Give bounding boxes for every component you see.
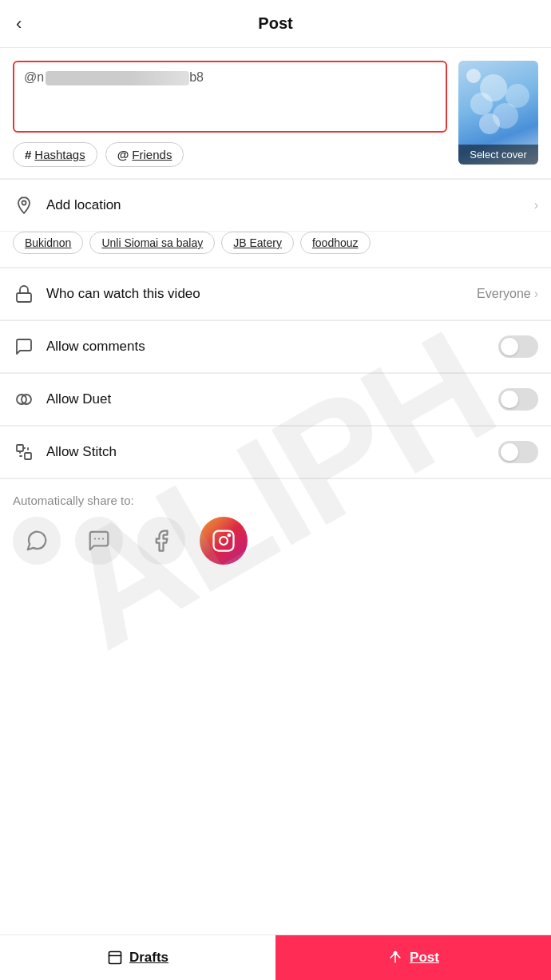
add-location-label: Add location — [46, 197, 523, 213]
duet-icon — [13, 388, 35, 411]
duet-toggle[interactable] — [498, 388, 538, 411]
location-tag-foodhouz[interactable]: foodhouz — [300, 232, 371, 254]
cover-thumbnail[interactable]: Select cover — [458, 61, 538, 165]
svg-point-11 — [394, 952, 396, 954]
svg-rect-6 — [214, 531, 234, 551]
privacy-label: Who can watch this video — [46, 286, 466, 302]
comments-label: Allow comments — [46, 339, 487, 355]
stitch-icon — [13, 441, 35, 463]
comments-row[interactable]: Allow comments — [0, 321, 551, 373]
select-cover-label: Select cover — [458, 145, 538, 165]
caption-area: @nb8 # Hashtags @ Friends Select cover — [0, 48, 551, 179]
location-tag-jbeatery[interactable]: JB Eatery — [221, 232, 294, 254]
stitch-row[interactable]: Allow Stitch — [0, 427, 551, 478]
privacy-icon — [13, 283, 35, 305]
location-icon — [13, 194, 35, 216]
location-chevron: › — [534, 198, 538, 212]
share-label: Automatically share to: — [0, 479, 551, 517]
svg-point-8 — [228, 534, 231, 537]
privacy-row[interactable]: Who can watch this video Everyone › — [0, 268, 551, 320]
location-tags: Bukidnon Unli Siomai sa balay JB Eatery … — [0, 232, 551, 268]
share-icons — [0, 517, 551, 581]
svg-rect-9 — [109, 952, 121, 964]
hashtag-icon: # — [25, 148, 31, 161]
location-tag-bukidnon[interactable]: Bukidnon — [13, 232, 83, 254]
svg-point-0 — [22, 201, 26, 205]
back-button[interactable]: ‹ — [16, 15, 22, 33]
page-title: Post — [258, 14, 292, 33]
stitch-toggle[interactable] — [498, 441, 538, 463]
hashtags-button[interactable]: # Hashtags — [13, 142, 97, 167]
drafts-label: Drafts — [129, 950, 168, 966]
svg-rect-1 — [17, 293, 31, 302]
post-button[interactable]: Post — [276, 935, 551, 980]
comments-icon — [13, 335, 35, 358]
svg-rect-5 — [25, 453, 31, 459]
messenger-button[interactable] — [75, 517, 123, 565]
instagram-button[interactable] — [200, 517, 248, 565]
at-icon: @ — [117, 148, 129, 161]
drafts-icon — [107, 950, 123, 966]
location-tag-unlisiomai[interactable]: Unli Siomai sa balay — [89, 232, 215, 254]
post-label: Post — [410, 950, 439, 966]
svg-point-7 — [220, 537, 228, 545]
drafts-button[interactable]: Drafts — [0, 935, 276, 980]
privacy-value: Everyone › — [477, 287, 538, 301]
duet-row[interactable]: Allow Duet — [0, 374, 551, 426]
friends-button[interactable]: @ Friends — [105, 142, 184, 167]
bottom-bar: Drafts Post — [0, 934, 551, 980]
caption-prefix: @n — [24, 70, 44, 84]
privacy-chevron: › — [534, 287, 538, 301]
svg-rect-4 — [17, 445, 23, 451]
caption-redacted — [46, 71, 189, 85]
add-location-row[interactable]: Add location › — [0, 180, 551, 232]
hashtags-label: Hashtags — [34, 148, 85, 161]
tag-buttons: # Hashtags @ Friends — [13, 142, 447, 167]
duet-label: Allow Duet — [46, 391, 487, 407]
caption-suffix: b8 — [189, 70, 204, 84]
whatsapp-button[interactable] — [13, 517, 61, 565]
facebook-button[interactable] — [137, 517, 185, 565]
friends-label: Friends — [132, 148, 172, 161]
stitch-label: Allow Stitch — [46, 444, 487, 460]
header: ‹ Post — [0, 0, 551, 48]
comments-toggle[interactable] — [498, 335, 538, 358]
caption-input[interactable]: @nb8 — [13, 61, 447, 133]
